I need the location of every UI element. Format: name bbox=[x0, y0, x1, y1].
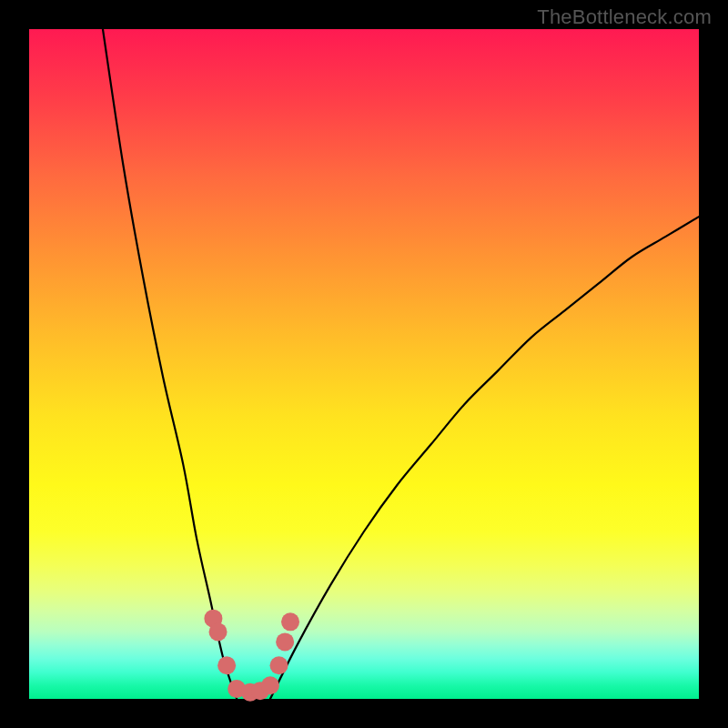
data-marker bbox=[217, 656, 236, 674]
data-marker bbox=[276, 632, 294, 651]
chart-frame: TheBottleneck.com bbox=[0, 0, 728, 728]
curve-left-branch bbox=[103, 29, 237, 699]
marker-group bbox=[204, 610, 299, 702]
curve-right-branch bbox=[270, 217, 699, 699]
plot-area bbox=[29, 29, 699, 699]
data-marker bbox=[261, 676, 279, 694]
data-marker bbox=[209, 622, 228, 641]
chart-svg bbox=[29, 29, 699, 699]
watermark-text: TheBottleneck.com bbox=[537, 5, 712, 29]
data-marker bbox=[281, 612, 299, 631]
data-marker bbox=[270, 656, 288, 674]
